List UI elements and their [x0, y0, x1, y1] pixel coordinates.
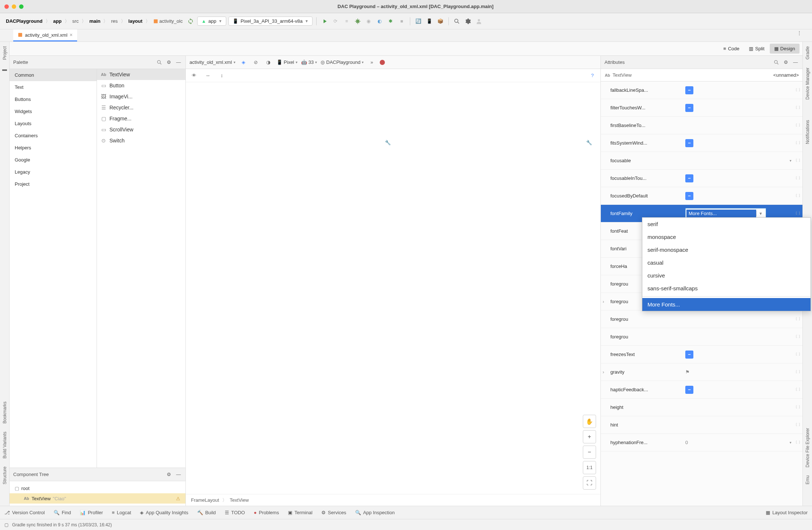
dropdown-icon[interactable]: ▾: [790, 159, 791, 163]
palette-minimize-icon[interactable]: —: [175, 59, 182, 66]
attr-value[interactable]: −: [683, 139, 795, 147]
attr-minimize-icon[interactable]: —: [792, 59, 799, 66]
gutter-project[interactable]: Project: [2, 45, 7, 61]
attr-row-freezesText[interactable]: freezesText−〖〗: [601, 346, 802, 363]
error-indicator-icon[interactable]: [380, 60, 385, 65]
bb-app-inspection[interactable]: 🔍 App Inspection: [355, 510, 395, 515]
search-icon[interactable]: [452, 17, 461, 26]
attr-value[interactable]: −: [683, 351, 795, 359]
attr-value[interactable]: 0▾: [683, 440, 795, 445]
crumb-src[interactable]: src: [71, 18, 80, 25]
attr-row-height[interactable]: height〖〗: [601, 399, 802, 416]
cat-containers[interactable]: Containers: [10, 130, 97, 142]
dropdown-option[interactable]: casual: [642, 256, 811, 269]
canvas-device[interactable]: 📱 Pixel▾: [277, 59, 297, 65]
overflow-icon[interactable]: »: [367, 58, 376, 67]
zoom-in[interactable]: +: [583, 430, 596, 443]
attr-row-fitsSystemWind[interactable]: fitsSystemWind...−〖〗: [601, 134, 802, 152]
attr-flag-icon[interactable]: 〖〗: [795, 176, 802, 181]
attr-search-icon[interactable]: [773, 59, 780, 66]
widget-textview[interactable]: AbTextView: [97, 69, 185, 80]
profile-icon[interactable]: ◉: [364, 17, 373, 26]
run-icon[interactable]: [320, 17, 329, 26]
avd-icon[interactable]: 📱: [425, 17, 434, 26]
palette-settings-icon[interactable]: ⚙: [166, 59, 172, 66]
device-selector[interactable]: 📱Pixel_3a_API_33_arm64-v8a▼: [228, 17, 313, 26]
attr-flag-icon[interactable]: 〖〗: [795, 422, 802, 427]
dropdown-option[interactable]: sans-serif-smallcaps: [642, 282, 811, 295]
attr-row-focusableInTou[interactable]: focusableInTou...−〖〗: [601, 170, 802, 187]
attr-row-firstBaselineTo[interactable]: firstBaselineTo...〖〗: [601, 117, 802, 134]
nightmode-icon[interactable]: ◑: [264, 58, 273, 67]
view-design[interactable]: ▦ Design: [770, 44, 800, 54]
zoom-icon[interactable]: ↕: [217, 71, 226, 80]
checkbox-indeterminate-icon[interactable]: −: [685, 351, 693, 359]
attr-flag-icon[interactable]: 〖〗: [795, 370, 802, 374]
gutter-gradle[interactable]: Gradle: [805, 45, 810, 61]
widget-switch[interactable]: ⊙Switch: [97, 135, 185, 146]
attr-flag-icon[interactable]: 〖〗: [795, 211, 802, 216]
zoom-fit[interactable]: ⛶: [583, 476, 596, 490]
cat-text[interactable]: Text: [10, 81, 97, 93]
coverage-icon[interactable]: ◐: [375, 17, 384, 26]
dropdown-icon[interactable]: ▾: [790, 440, 791, 444]
attr-value[interactable]: −: [683, 86, 795, 94]
user-icon[interactable]: [474, 17, 483, 26]
attr-flag-icon[interactable]: 〖〗: [795, 88, 802, 92]
dropdown-option[interactable]: serif: [642, 218, 811, 230]
bb-logcat[interactable]: ≡ Logcat: [112, 510, 131, 515]
gutter-bookmarks[interactable]: Bookmarks: [2, 400, 7, 425]
apply-changes-icon[interactable]: ≡: [342, 17, 351, 26]
rerun-icon[interactable]: ⟳: [331, 17, 340, 26]
checkbox-indeterminate-icon[interactable]: −: [685, 139, 693, 147]
bb-app-quality[interactable]: ◈ App Quality Insights: [140, 510, 188, 515]
attr-row-fallbackLineSpa[interactable]: fallbackLineSpa...−〖〗: [601, 81, 802, 99]
tree-minimize-icon[interactable]: —: [175, 471, 182, 478]
cat-project[interactable]: Project: [10, 178, 97, 190]
cat-common[interactable]: Common: [10, 69, 97, 81]
attr-value[interactable]: −: [683, 192, 795, 200]
canvas-api[interactable]: 🤖 33▾: [301, 59, 317, 65]
stop-icon[interactable]: ■: [397, 17, 406, 26]
attr-flag-icon[interactable]: 〖〗: [795, 405, 802, 410]
bb-services[interactable]: ⚙ Services: [321, 510, 346, 515]
crumb-app[interactable]: app: [52, 18, 63, 25]
attr-row-hyphenationFre[interactable]: hyphenationFre...0▾〖〗: [601, 434, 802, 451]
widget-recyclerview[interactable]: ☰Recycler...: [97, 102, 185, 113]
crumb-file[interactable]: activity_olc: [152, 18, 184, 25]
attr-flag-icon[interactable]: 〖〗: [795, 141, 802, 145]
attr-flag-icon[interactable]: 〖〗: [795, 317, 802, 322]
attr-flag-icon[interactable]: 〖〗: [795, 352, 802, 357]
canvas-file[interactable]: activity_old_xml.xml▾: [190, 59, 235, 65]
bb-find[interactable]: 🔍 Find: [54, 510, 71, 515]
attr-value[interactable]: ⚑: [683, 369, 795, 375]
pan-icon[interactable]: ↔: [203, 71, 212, 80]
attr-flag-icon[interactable]: 〖〗: [795, 387, 802, 392]
dropdown-option[interactable]: monospace: [642, 230, 811, 243]
view-split[interactable]: ▥ Split: [744, 44, 769, 54]
gutter-structure[interactable]: Structure: [2, 465, 7, 486]
cat-helpers[interactable]: Helpers: [10, 142, 97, 154]
gutter-build-variants[interactable]: Build Variants: [2, 430, 7, 460]
bb-todo[interactable]: ☰ TODO: [225, 510, 245, 515]
bb-problems[interactable]: ● Problems: [254, 510, 279, 515]
debug-icon[interactable]: [353, 17, 362, 26]
attr-flag-icon[interactable]: 〖〗: [795, 193, 802, 198]
attr-value[interactable]: −: [683, 386, 795, 394]
maximize-window[interactable]: [19, 4, 24, 9]
tab-close-icon[interactable]: ×: [70, 32, 73, 38]
gutter-device-file-explorer[interactable]: Device File Explorer: [805, 426, 810, 469]
widget-fragment[interactable]: ▢Fragme...: [97, 113, 185, 124]
crumb-res[interactable]: res: [109, 18, 119, 25]
run-config-selector[interactable]: ▲app▼: [197, 17, 226, 26]
bb-profiler[interactable]: 📊 Profiler: [80, 510, 103, 515]
crumb-layout[interactable]: layout: [127, 18, 144, 25]
widget-scrollview[interactable]: ▭ScrollView: [97, 124, 185, 135]
visibility-icon[interactable]: 👁: [190, 71, 198, 80]
attr-flag-icon[interactable]: 〖〗: [795, 105, 802, 110]
checkbox-indeterminate-icon[interactable]: −: [685, 174, 693, 182]
checkbox-indeterminate-icon[interactable]: −: [685, 104, 693, 112]
attr-flag-icon[interactable]: 〖〗: [795, 123, 802, 128]
checkbox-indeterminate-icon[interactable]: −: [685, 86, 693, 94]
attr-flag-icon[interactable]: 〖〗: [795, 440, 802, 445]
